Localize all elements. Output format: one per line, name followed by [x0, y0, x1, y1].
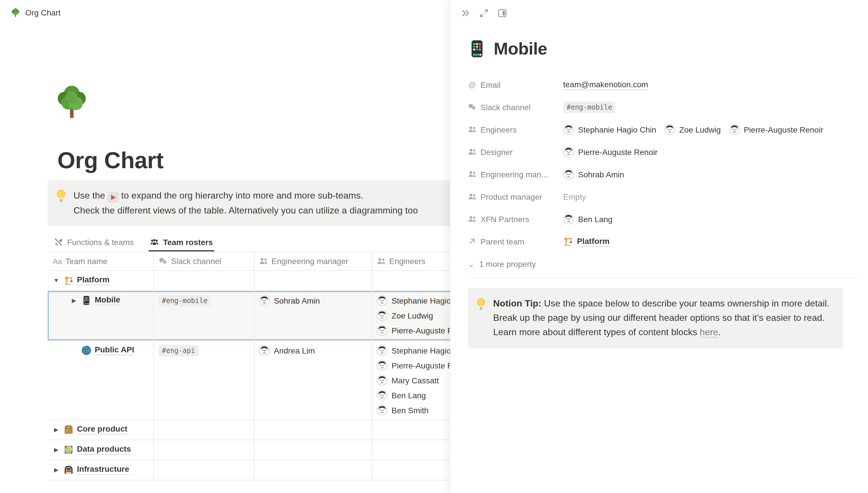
property-list: @ Email team@makenotion.com Slack channe…: [451, 73, 868, 275]
cell-empty[interactable]: [154, 420, 254, 440]
avatar: [377, 295, 387, 306]
person-chip[interactable]: Stephanie Hagio Chin: [563, 124, 656, 135]
slack-channel-tag[interactable]: #eng-mobile: [563, 101, 616, 113]
cell-manager[interactable]: Andrea Lim: [254, 341, 372, 420]
cell-empty[interactable]: [254, 460, 372, 480]
collapse-toggle[interactable]: ▼: [51, 275, 61, 286]
tab-functions-and-teams[interactable]: Functions & teams: [53, 235, 135, 251]
text-type-icon: Aa: [53, 257, 62, 265]
chevron-down-icon: ⌄: [468, 261, 474, 266]
column-header-slack-channel[interactable]: Slack channel: [154, 252, 254, 270]
person-chip[interactable]: Zoe Ludwig: [377, 310, 433, 321]
person-chip[interactable]: Mary Cassatt: [377, 375, 439, 386]
person-chip[interactable]: Pierre-Auguste Renoir: [563, 146, 658, 157]
column-header-engineering-manager[interactable]: Engineering manager: [254, 252, 372, 270]
expand-toggle[interactable]: ▶: [51, 444, 61, 456]
metro-icon: [64, 465, 73, 474]
property-label[interactable]: Engineering man...: [468, 170, 563, 179]
people-icon: [259, 257, 268, 266]
cell-empty[interactable]: [254, 440, 372, 460]
package-icon: [64, 424, 73, 434]
person-chip[interactable]: Sohrab Amin: [259, 295, 320, 306]
notion-tip-callout: Notion Tip: Use the space below to descr…: [468, 288, 843, 348]
person-chip[interactable]: Ben Smith: [377, 405, 428, 415]
expand-toggle[interactable]: ▶: [69, 295, 79, 306]
people-icon: [468, 215, 477, 223]
avatar: [377, 345, 387, 356]
team-page-link[interactable]: Platform: [64, 275, 110, 285]
people-icon: [468, 125, 477, 134]
email-link[interactable]: team@makenotion.com: [563, 80, 648, 90]
property-label[interactable]: Product manager: [468, 192, 563, 201]
avatar: [729, 124, 740, 135]
column-header-team-name[interactable]: Aa Team name: [48, 252, 154, 270]
avatar: [377, 390, 387, 401]
cell-slack[interactable]: #eng-api: [154, 341, 254, 420]
avatar: [377, 310, 387, 321]
cell-empty[interactable]: [254, 420, 372, 440]
expand-toggle[interactable]: ▶: [51, 424, 61, 436]
person-chip[interactable]: Andrea Lim: [259, 345, 315, 356]
property-row-xfn-partners: XFN Partners Ben Lang: [451, 208, 868, 230]
property-row-product-manager: Product manager Empty: [451, 185, 868, 208]
cell-empty[interactable]: [154, 271, 254, 291]
cell-slack[interactable]: #eng-mobile: [154, 291, 254, 340]
slack-channel-tag: #eng-mobile: [158, 295, 211, 306]
property-row-engineers: Engineers Stephanie Hagio Chin Zoe Ludwi…: [451, 118, 868, 141]
notion-window: Org Chart Org Chart Use theto expand the…: [0, 0, 868, 493]
property-label[interactable]: Slack channel: [468, 103, 563, 112]
person-chip[interactable]: Pierre-Auguste Renoir: [729, 124, 823, 135]
team-page-link[interactable]: Core product: [64, 424, 127, 434]
arrow-up-right-icon: [468, 237, 477, 245]
property-row-designer: Designer Pierre-Auguste Renoir: [451, 141, 868, 163]
breadcrumb[interactable]: Org Chart: [25, 8, 61, 17]
property-label[interactable]: Designer: [468, 147, 563, 156]
property-label[interactable]: XFN Partners: [468, 214, 563, 223]
callout: Use theto expand the org hierarchy into …: [48, 180, 462, 226]
team-page-link[interactable]: Infrastructure: [64, 464, 129, 475]
team-page-link[interactable]: Public API: [82, 345, 134, 355]
person-chip[interactable]: Ben Lang: [377, 390, 426, 401]
people-icon: [468, 170, 477, 178]
avatar: [664, 124, 675, 135]
expand-page-icon[interactable]: [479, 8, 489, 18]
team-page-link[interactable]: Data products: [64, 444, 131, 454]
team-page-link[interactable]: Mobile: [82, 295, 120, 305]
parent-team-page-link[interactable]: Platform: [563, 236, 610, 246]
at-icon: @: [468, 80, 477, 89]
mobile-phone-icon[interactable]: [468, 40, 486, 58]
property-label[interactable]: Parent team: [468, 237, 563, 246]
callout-text: Use theto expand the org hierarchy into …: [73, 188, 418, 218]
slack-channel-tag: #eng-api: [158, 345, 199, 357]
person-chip[interactable]: Zoe Ludwig: [664, 124, 721, 135]
property-row-engineering-manager: Engineering man... Sohrab Amin: [451, 163, 868, 185]
side-peek-mode-icon[interactable]: [497, 8, 507, 18]
expand-toggle[interactable]: ▶: [51, 464, 61, 476]
person-chip[interactable]: Ben Lang: [563, 214, 613, 224]
cell-empty[interactable]: [154, 440, 254, 460]
cell-empty[interactable]: [254, 271, 372, 291]
avatar: [377, 405, 387, 415]
cell-manager[interactable]: Sohrab Amin: [254, 291, 372, 340]
tools-icon: [54, 238, 63, 247]
avatar: [563, 169, 574, 180]
divider: [468, 277, 860, 278]
page-icon-tree[interactable]: [52, 83, 91, 122]
lightbulb-icon: [476, 298, 486, 311]
empty-value[interactable]: Empty: [563, 192, 586, 201]
tab-team-rosters[interactable]: Team rosters: [149, 235, 214, 251]
crane-icon: [563, 236, 573, 246]
avatar: [259, 295, 270, 306]
close-peek-icon[interactable]: [460, 8, 471, 18]
here-link[interactable]: here: [700, 327, 718, 338]
tree-icon: [10, 7, 21, 18]
chat-icon: [158, 257, 168, 266]
cell-empty[interactable]: [154, 460, 254, 480]
property-label[interactable]: Engineers: [468, 125, 563, 134]
person-chip[interactable]: Sohrab Amin: [563, 169, 624, 180]
globe-icon: [82, 345, 91, 355]
avatar: [563, 146, 574, 157]
property-label[interactable]: @ Email: [468, 80, 563, 89]
lightbulb-icon: [56, 189, 67, 203]
more-properties-button[interactable]: ⌄ 1 more property: [451, 253, 868, 275]
